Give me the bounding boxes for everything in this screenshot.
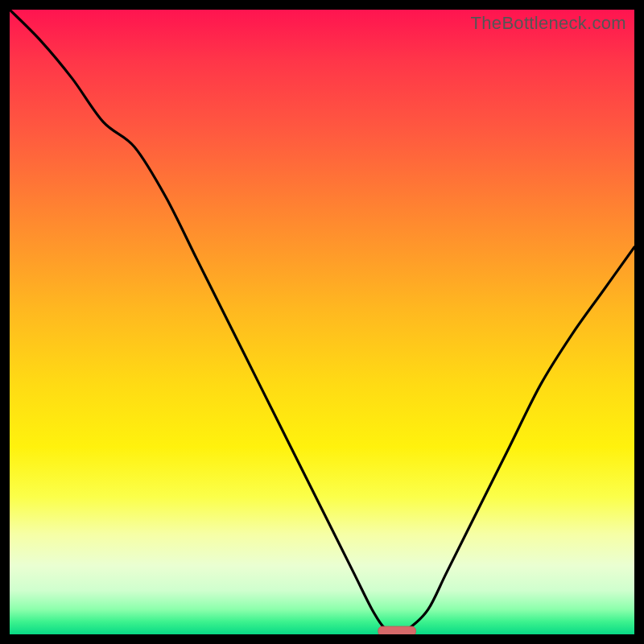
plot-area: TheBottleneck.com — [10, 10, 634, 634]
bottleneck-curve — [10, 10, 634, 634]
chart-overlay — [10, 10, 634, 634]
chart-frame: TheBottleneck.com — [0, 0, 644, 644]
optimal-marker — [378, 626, 416, 634]
watermark-label: TheBottleneck.com — [471, 13, 626, 34]
